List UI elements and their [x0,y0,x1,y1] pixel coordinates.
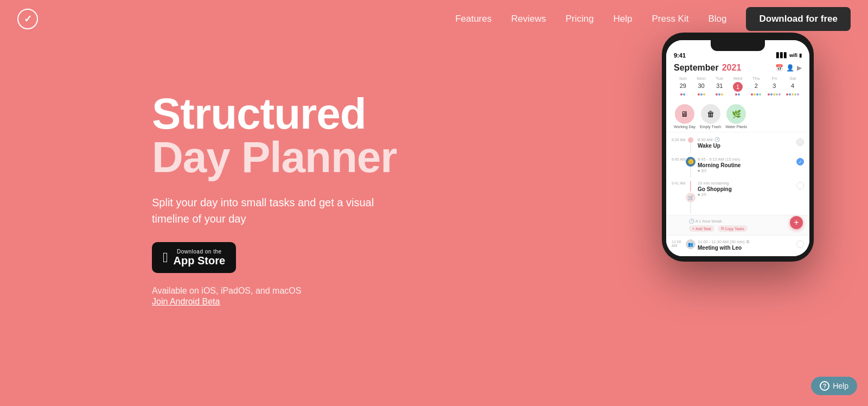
day-fri: Fri [765,76,784,81]
wake-up-title: Wake Up [698,143,796,149]
nav-reviews[interactable]: Reviews [511,14,546,24]
help-label: Help [833,382,848,390]
go-shopping-dot: 🛒 [686,193,695,202]
day-mon: Mon [692,76,711,81]
wake-up-content: 8:30 AM 🕐 Wake Up [694,137,796,149]
android-beta-link[interactable]: Join Android Beta [152,297,397,307]
timeline-item-morning-routine[interactable]: 8:45 AM 🙂 8:45 - 9:15 AM (15 min) Mornin… [666,155,809,179]
copy-icon: ⧉ [721,226,724,231]
go-shopping-time: 9:41 AM [672,181,687,185]
profile-icon[interactable]: 👤 [786,64,794,72]
date-numbers: 29 30 31 1 2 3 4 [674,82,802,92]
water-plants-icon: 🌿 [726,104,746,124]
go-shopping-sub: ■ 2/5 [698,193,796,196]
cal-date-31[interactable]: 31 [710,82,729,92]
calendar-icon[interactable]: 📅 [775,64,783,72]
cal-date-29[interactable]: 29 [674,82,692,92]
timeline-item-meeting-leo[interactable]: 11:00 AM 👥 11:00 - 11:30 AM (30 min) 🗓 M… [666,238,809,253]
app-store-top-text: Download on the [174,249,226,255]
working-day-label: Working Day [674,125,695,129]
wake-up-check[interactable] [796,138,804,146]
timeline-item-go-shopping[interactable]: 9:41 AM 🛒 19 min remaining Go Shopping ■… [666,179,809,215]
nav-pricing[interactable]: Pricing [565,14,593,24]
meeting-line: 👥 [687,239,694,249]
morning-routine-content: 8:45 - 9:15 AM (15 min) Morning Routine … [694,157,796,173]
cal-date-2[interactable]: 2 [747,82,765,92]
copy-tasks-button[interactable]: ⧉ Copy Tasks [718,225,748,232]
go-shopping-connector [690,202,691,213]
calendar-nav-icons: 📅 👤 ▶ [775,64,802,72]
morning-routine-time: 8:45 AM [672,157,687,161]
break-label: A 1 hour break. [695,219,723,224]
help-icon: ? [820,381,829,391]
wake-up-line [687,137,694,154]
meeting-title: Meeting with Leo [698,245,796,251]
day-sat: Sat [783,76,802,81]
signal-icon: ▋▋▋ [776,53,788,58]
break-section: 🕐 A 1 hour break. + Add Task ⧉ Copy Task… [666,215,809,236]
water-plants-label: Water Plants [725,125,747,129]
copy-tasks-label: Copy Tasks [725,227,744,231]
phone-frame: 9:41 ▋▋▋ wifi ▮ September 2021 📅 👤 [662,33,814,262]
app-store-button[interactable]:  Download on the App Store [152,242,236,273]
morning-routine-check[interactable]: ✓ [796,158,804,166]
forward-icon[interactable]: ▶ [797,64,802,72]
go-shopping-content: 19 min remaining Go Shopping ■ 2/5 [694,181,796,196]
task-chip-water-plants[interactable]: 🌿 Water Plants [725,104,747,129]
calendar-year: 2021 [722,63,742,73]
battery-icon: ▮ [799,53,802,58]
morning-routine-sub: ■ 3/3 [698,169,796,173]
nav-help[interactable]: Help [613,14,632,24]
meeting-time-label: 11:00 - 11:30 AM (30 min) 🗓 [698,239,796,244]
calendar-month: September [674,63,719,73]
wifi-icon: wifi [789,53,797,58]
morning-routine-line: 🙂 [687,157,694,177]
day-wed: Wed [729,76,747,81]
fab-add-button[interactable]: + [790,216,803,229]
logo-checkmark: ✓ [24,13,32,25]
task-chip-working-day[interactable]: 🖥 Working Day [674,104,695,129]
nav-blog[interactable]: Blog [708,14,726,24]
working-day-icon: 🖥 [675,104,694,124]
go-shopping-title: Go Shopping [698,186,796,192]
wake-up-connector [690,143,691,154]
meeting-time: 11:00 AM [672,239,687,248]
morning-routine-time-label: 8:45 - 9:15 AM (15 min) [698,157,796,162]
nav-links: Features Reviews Pricing Help Press Kit … [455,7,851,31]
meeting-check[interactable] [796,240,804,248]
empty-trash-icon: 🗑 [701,104,720,124]
platforms-text: Available on iOS, iPadOS, and macOS [152,286,397,296]
nav-features[interactable]: Features [455,14,492,24]
hero-text-block: Structured Day Planner Split your day in… [152,60,397,307]
navbar: ✓ Features Reviews Pricing Help Press Ki… [0,0,868,38]
hero-title-sub: Day Planner [152,136,397,179]
break-clock-icon: 🕐 [689,219,694,224]
calendar-dots [674,93,802,96]
hero-title-main: Structured [152,92,397,136]
day-thu: Thu [747,76,765,81]
add-task-icon: + [692,227,694,231]
download-cta-button[interactable]: Download for free [746,7,851,31]
logo-icon: ✓ [17,9,38,29]
cal-date-4[interactable]: 4 [783,82,802,92]
help-button[interactable]: ? Help [811,377,857,395]
go-shopping-check[interactable] [796,182,804,189]
go-shopping-line: 🛒 [687,181,694,213]
go-shopping-time-label: 19 min remaining [698,181,796,186]
hero-section: Structured Day Planner Split your day in… [0,38,868,406]
timeline: 8:30 AM 8:30 AM 🕐 Wake Up 8:45 [666,132,809,256]
empty-trash-label: Empty Trash [700,125,721,129]
cal-date-3[interactable]: 3 [765,82,784,92]
cal-date-30[interactable]: 30 [692,82,711,92]
month-row: September 2021 📅 👤 ▶ [674,63,802,73]
logo[interactable]: ✓ [17,9,38,29]
nav-press-kit[interactable]: Press Kit [652,14,688,24]
meeting-dot: 👥 [686,239,695,249]
calendar-header: September 2021 📅 👤 ▶ Sun Mon Tue Wed [666,61,809,101]
task-chip-empty-trash[interactable]: 🗑 Empty Trash [700,104,721,129]
add-task-button[interactable]: + Add Task [689,225,714,232]
add-task-label: Add Task [695,227,711,231]
break-actions: + Add Task ⧉ Copy Tasks [689,225,804,232]
cal-date-1[interactable]: 1 [733,82,743,92]
timeline-item-wake-up[interactable]: 8:30 AM 8:30 AM 🕐 Wake Up [666,136,809,155]
